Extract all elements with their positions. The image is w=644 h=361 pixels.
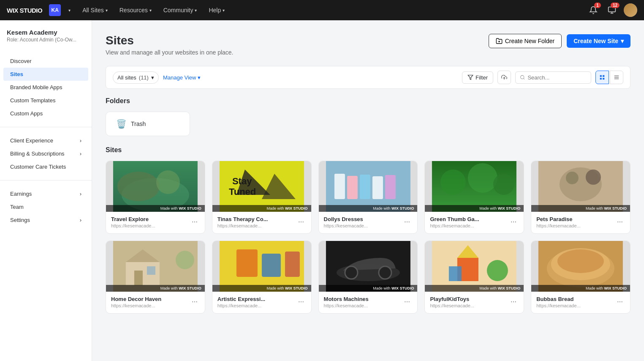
chevron-right-icon: › — [80, 217, 82, 223]
create-new-site-button[interactable]: Create New Site ▾ — [567, 34, 630, 48]
site-thumbnail: Made with WIX STUDIO — [212, 241, 311, 292]
sidebar-item-discover[interactable]: Discover — [3, 55, 88, 68]
site-card[interactable]: Made with WIX STUDIO Motors Machines htt… — [318, 241, 418, 314]
site-thumbnail: Made with WIX STUDIO — [531, 241, 630, 292]
site-card[interactable]: Made with WIX STUDIO Artistic Expressi..… — [212, 241, 312, 314]
site-thumbnail: Made with WIX STUDIO — [319, 161, 418, 212]
user-avatar[interactable] — [624, 3, 637, 17]
site-more-button[interactable]: ⋯ — [190, 297, 200, 307]
site-card[interactable]: Made with WIX STUDIO Dollys Dresses http… — [318, 161, 418, 234]
sidebar-section-secondary: Client Experience › Billing & Subscripti… — [0, 131, 92, 177]
search-box[interactable] — [515, 71, 591, 84]
sidebar-item-customer-care[interactable]: Customer Care Tickets — [3, 160, 88, 173]
nav-item-resources[interactable]: Resources ▾ — [115, 4, 156, 16]
site-name: Pets Paradise — [536, 216, 581, 222]
manage-view-button[interactable]: Manage View ▾ — [163, 74, 201, 81]
create-new-folder-button[interactable]: Create New Folder — [489, 34, 562, 48]
chevron-down-icon: ▾ — [195, 8, 197, 13]
svg-rect-27 — [372, 176, 383, 199]
nav-item-community[interactable]: Community ▾ — [159, 4, 201, 16]
site-more-button[interactable]: ⋯ — [615, 217, 625, 227]
all-sites-dropdown[interactable]: All sites (11) ▾ — [113, 71, 159, 84]
svg-rect-28 — [385, 175, 395, 199]
folder-trash[interactable]: 🗑️ Trash — [106, 112, 190, 136]
site-more-button[interactable]: ⋯ — [615, 297, 625, 307]
sidebar-item-custom-apps[interactable]: Custom Apps — [3, 107, 88, 120]
site-badge: Made with WIX STUDIO — [531, 285, 630, 292]
search-icon — [520, 74, 525, 80]
chevron-down-icon: ▾ — [151, 74, 154, 81]
chevron-right-icon: › — [80, 137, 82, 144]
sites-section: Sites Made with WIX STUDIO Travel Explor… — [106, 146, 630, 314]
site-more-button[interactable]: ⋯ — [402, 217, 412, 227]
svg-point-16 — [117, 172, 160, 201]
notification-count: 1 — [594, 3, 601, 8]
site-card[interactable]: Made with WIX STUDIO Travel Explore http… — [106, 161, 205, 234]
site-info: Pets Paradise https://kesemacade... ⋯ — [531, 212, 630, 233]
site-url: https://kesemacade... — [111, 223, 155, 228]
site-card[interactable]: Made with WIX STUDIO PlayfulKidToys http… — [424, 241, 524, 314]
list-view-button[interactable] — [610, 71, 623, 84]
grid-view-button[interactable] — [595, 71, 609, 84]
header-actions: Create New Folder Create New Site ▾ — [489, 34, 630, 48]
site-more-button[interactable]: ⋯ — [508, 217, 519, 227]
nav-item-all-sites[interactable]: All Sites ▾ — [78, 4, 112, 16]
account-badge[interactable]: KA — [49, 4, 61, 16]
sidebar-item-billing-subscriptions[interactable]: Billing & Subscriptions › — [3, 147, 88, 160]
sidebar-item-custom-templates[interactable]: Custom Templates — [3, 94, 88, 107]
site-thumbnail: Made with WIX STUDIO — [531, 161, 630, 212]
site-badge: Made with WIX STUDIO — [106, 205, 205, 212]
nav-item-help[interactable]: Help ▾ — [204, 4, 229, 16]
site-more-button[interactable]: ⋯ — [190, 217, 200, 227]
chevron-right-icon: › — [80, 150, 82, 157]
notification-bell-button[interactable]: 1 — [587, 3, 600, 17]
site-name: Artistic Expressi... — [217, 296, 265, 302]
site-badge: Made with WIX STUDIO — [319, 285, 418, 292]
site-more-button[interactable]: ⋯ — [508, 297, 519, 307]
toolbar: All sites (11) ▾ Manage View ▾ Filter — [106, 66, 630, 89]
svg-point-5 — [521, 75, 524, 79]
site-more-button[interactable]: ⋯ — [296, 297, 306, 307]
site-thumbnail: Made with WIX STUDIO — [425, 241, 524, 292]
sites-grid: Made with WIX STUDIO Travel Explore http… — [106, 161, 630, 314]
site-url: https://kesemacade... — [536, 303, 581, 308]
sidebar-item-settings[interactable]: Settings › — [3, 213, 88, 227]
site-card[interactable]: Made with WIX STUDIO Pets Paradise https… — [531, 161, 630, 234]
grid-icon — [599, 74, 605, 80]
sidebar-item-sites[interactable]: Sites — [3, 68, 88, 81]
messages-button[interactable]: 12 — [605, 3, 619, 17]
svg-point-50 — [378, 266, 391, 279]
site-card[interactable]: StayTuned Made with WIX STUDIO Tinas The… — [212, 161, 312, 234]
site-info: Dollys Dresses https://kesemacade... ⋯ — [319, 212, 418, 233]
chevron-down-icon: ▾ — [223, 8, 225, 13]
sidebar-item-team[interactable]: Team — [3, 200, 88, 213]
svg-rect-41 — [147, 266, 155, 275]
site-thumbnail: Made with WIX STUDIO — [106, 161, 205, 212]
svg-point-30 — [440, 170, 466, 195]
search-input[interactable] — [527, 74, 587, 81]
upload-button[interactable] — [497, 71, 511, 84]
svg-rect-46 — [285, 252, 300, 277]
filter-button[interactable]: Filter — [462, 71, 493, 84]
sidebar-item-client-experience[interactable]: Client Experience › — [3, 134, 88, 147]
nav-chevron-account[interactable]: ▾ — [64, 5, 75, 15]
site-thumbnail: Made with WIX STUDIO — [425, 161, 524, 212]
message-count: 12 — [611, 3, 620, 8]
chevron-down-icon: ▾ — [106, 8, 108, 13]
site-more-button[interactable]: ⋯ — [296, 217, 306, 227]
workspace-name: Kesem Academy — [0, 29, 92, 37]
site-url: https://kesemacade... — [217, 223, 268, 228]
site-card[interactable]: Made with WIX STUDIO Bubbas Bread https:… — [531, 241, 630, 314]
svg-rect-7 — [600, 75, 602, 77]
site-info: PlayfulKidToys https://kesemacade... ⋯ — [425, 292, 524, 313]
svg-rect-24 — [334, 174, 345, 199]
svg-rect-26 — [359, 175, 370, 199]
site-more-button[interactable]: ⋯ — [402, 297, 412, 307]
site-badge: Made with WIX STUDIO — [531, 205, 630, 212]
site-card[interactable]: Made with WIX STUDIO Green Thumb Ga... h… — [424, 161, 524, 234]
site-card[interactable]: Made with WIX STUDIO Home Decor Haven ht… — [106, 241, 205, 314]
sidebar-item-earnings[interactable]: Earnings › — [3, 187, 88, 200]
sidebar-item-branded-mobile-apps[interactable]: Branded Mobile Apps — [3, 81, 88, 94]
site-badge: Made with WIX STUDIO — [212, 205, 311, 212]
svg-marker-3 — [468, 75, 473, 80]
